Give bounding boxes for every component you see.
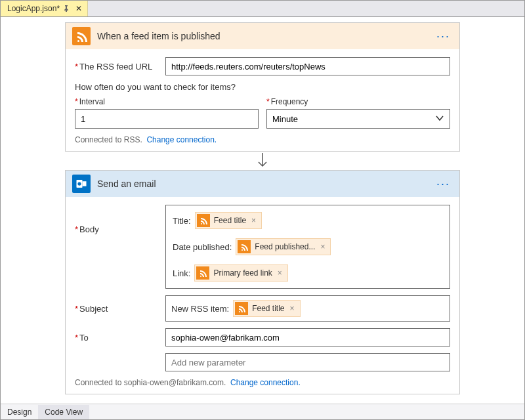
tab-bar: LogicApp.json* ✕: [1, 1, 524, 17]
subject-input[interactable]: New RSS item: Feed title ×: [165, 295, 450, 322]
rss-icon: [197, 214, 210, 227]
file-tab-label: LogicApp.json*: [7, 4, 60, 13]
body-label: Body: [75, 205, 159, 234]
action-connection-status: Connected to sophia-owen@fabrikam.com. C…: [75, 378, 450, 387]
remove-token-icon[interactable]: ×: [276, 268, 284, 278]
svg-rect-1: [83, 181, 87, 186]
token-feed-title[interactable]: Feed title ×: [195, 212, 262, 229]
action-card: Send an email ··· Body Title: Feed title…: [65, 170, 460, 394]
rss-url-input[interactable]: [165, 57, 450, 75]
to-input[interactable]: [165, 328, 450, 346]
frequency-label: Frequency: [266, 97, 450, 106]
pin-icon[interactable]: [64, 5, 69, 12]
rss-icon: [196, 266, 209, 280]
check-frequency-label: How often do you want to check for items…: [75, 82, 450, 92]
subject-label: Subject: [75, 304, 159, 314]
add-parameter-input[interactable]: [165, 353, 450, 371]
interval-label: Interval: [75, 97, 259, 106]
remove-token-icon[interactable]: ×: [319, 242, 326, 251]
change-connection-link[interactable]: Change connection.: [230, 378, 301, 387]
token-primary-link[interactable]: Primary feed link ×: [194, 264, 287, 282]
remove-token-icon[interactable]: ×: [250, 216, 257, 225]
trigger-connection-status: Connected to RSS. Change connection.: [75, 135, 450, 144]
body-date-prefix: Date published:: [173, 242, 232, 252]
card-menu-icon[interactable]: ···: [434, 177, 453, 191]
body-title-prefix: Title:: [173, 216, 191, 226]
tab-code-view[interactable]: Code View: [38, 405, 89, 419]
rss-icon: [235, 302, 248, 315]
action-title: Send an email: [97, 178, 427, 189]
body-input[interactable]: Title: Feed title × Date published:: [165, 205, 450, 289]
subject-prefix: New RSS item:: [171, 304, 229, 314]
body-link-prefix: Link:: [173, 268, 190, 278]
rss-icon: [72, 27, 91, 45]
file-tab[interactable]: LogicApp.json* ✕: [1, 1, 88, 16]
close-icon[interactable]: ✕: [73, 4, 85, 13]
to-label: To: [75, 333, 159, 343]
connector-arrow: [256, 152, 269, 170]
token-feed-title[interactable]: Feed title ×: [233, 300, 300, 317]
interval-input[interactable]: [75, 109, 259, 129]
svg-point-2: [77, 182, 81, 185]
token-feed-published[interactable]: Feed published... ×: [236, 238, 331, 255]
frequency-select[interactable]: [266, 109, 450, 129]
tab-design[interactable]: Design: [1, 405, 38, 419]
bottom-tabs: Design Code View: [1, 404, 524, 419]
trigger-card: When a feed item is published ··· The RS…: [65, 22, 460, 152]
trigger-title: When a feed item is published: [97, 31, 427, 41]
remove-token-icon[interactable]: ×: [289, 304, 296, 313]
trigger-header[interactable]: When a feed item is published ···: [66, 23, 459, 49]
outlook-icon: [72, 175, 91, 193]
change-connection-link[interactable]: Change connection.: [146, 135, 217, 144]
rss-icon: [238, 240, 251, 253]
card-menu-icon[interactable]: ···: [434, 30, 453, 43]
rss-url-label: The RSS feed URL: [75, 62, 159, 72]
action-header[interactable]: Send an email ···: [66, 171, 459, 197]
designer-canvas: When a feed item is published ··· The RS…: [1, 17, 524, 404]
